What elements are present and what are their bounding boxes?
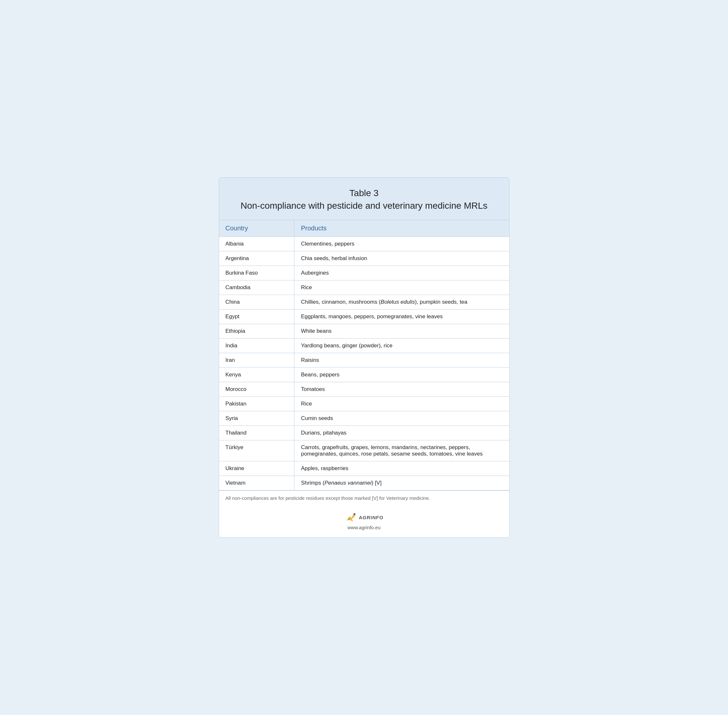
products-cell: Clementines, peppers [295, 237, 509, 251]
table-row: AlbaniaClementines, peppers [219, 237, 509, 251]
table-heading: Table 3 Non-compliance with pesticide an… [227, 187, 501, 212]
table-row: PakistanRice [219, 397, 509, 411]
logo-graphic: AGRINFO [344, 511, 383, 523]
products-cell: Beans, peppers [295, 368, 509, 382]
products-cell: Chia seeds, herbal infusion [295, 251, 509, 266]
products-cell: Tomatoes [295, 382, 509, 397]
products-cell: Chillies, cinnamon, mushrooms (Boletus e… [295, 295, 509, 309]
products-cell: Rice [295, 397, 509, 411]
table-row: UkraineApples, raspberries [219, 462, 509, 476]
country-cell: Vietnam [219, 476, 295, 490]
table-row: VietnamShrimps (Penaeus vannamei) [V] [219, 476, 509, 490]
svg-point-3 [354, 513, 355, 515]
country-cell: Ukraine [219, 462, 295, 476]
table-row: EthiopiaWhite beans [219, 324, 509, 339]
country-cell: India [219, 339, 295, 353]
table-row: ChinaChillies, cinnamon, mushrooms (Bole… [219, 295, 509, 309]
products-cell: Durians, pitahayas [295, 426, 509, 440]
country-cell: China [219, 295, 295, 309]
table-row: CambodiaRice [219, 281, 509, 295]
products-cell: Yardlong beans, ginger (powder), rice [295, 339, 509, 353]
country-cell: Syria [219, 411, 295, 426]
data-table: Country Products AlbaniaClementines, pep… [219, 220, 509, 490]
country-cell: Egypt [219, 309, 295, 324]
country-cell: Cambodia [219, 281, 295, 295]
table-title-block: Table 3 Non-compliance with pesticide an… [219, 178, 509, 220]
table-row: Burkina FasoAubergines [219, 266, 509, 281]
table-row: SyriaCumin seeds [219, 411, 509, 426]
brand-name: AGRINFO [359, 515, 383, 520]
title-line2: Non-compliance with pesticide and veteri… [240, 201, 487, 211]
title-line1: Table 3 [349, 188, 378, 198]
table-row: IranRaisins [219, 353, 509, 368]
products-cell: Apples, raspberries [295, 462, 509, 476]
table-row: ArgentinaChia seeds, herbal infusion [219, 251, 509, 266]
column-header-country: Country [219, 220, 295, 237]
country-cell: Morocco [219, 382, 295, 397]
country-cell: Argentina [219, 251, 295, 266]
country-cell: Pakistan [219, 397, 295, 411]
country-cell: Albania [219, 237, 295, 251]
products-cell: Eggplants, mangoes, peppers, pomegranate… [295, 309, 509, 324]
country-cell: Thailand [219, 426, 295, 440]
table-row: KenyaBeans, peppers [219, 368, 509, 382]
products-cell: Rice [295, 281, 509, 295]
country-cell: Türkiye [219, 440, 295, 462]
table-header-row: Country Products [219, 220, 509, 237]
table-row: IndiaYardlong beans, ginger (powder), ri… [219, 339, 509, 353]
products-cell: Raisins [295, 353, 509, 368]
table-row: EgyptEggplants, mangoes, peppers, pomegr… [219, 309, 509, 324]
products-cell: Shrimps (Penaeus vannamei) [V] [295, 476, 509, 490]
footnote: All non-compliances are for pesticide re… [219, 490, 509, 505]
table-row: ThailandDurians, pitahayas [219, 426, 509, 440]
table-row: MoroccoTomatoes [219, 382, 509, 397]
column-header-products: Products [295, 220, 509, 237]
table-row: TürkiyeCarrots, grapefruits, grapes, lem… [219, 440, 509, 462]
country-cell: Kenya [219, 368, 295, 382]
products-cell: White beans [295, 324, 509, 339]
website-url: www.agrinfo.eu [225, 525, 503, 530]
country-cell: Burkina Faso [219, 266, 295, 281]
main-container: Table 3 Non-compliance with pesticide an… [219, 177, 510, 538]
products-cell: Cumin seeds [295, 411, 509, 426]
country-cell: Iran [219, 353, 295, 368]
products-cell: Aubergines [295, 266, 509, 281]
agrinfo-logo-icon [344, 511, 357, 523]
footer: AGRINFO www.agrinfo.eu [219, 505, 509, 537]
products-cell: Carrots, grapefruits, grapes, lemons, ma… [295, 440, 509, 462]
country-cell: Ethiopia [219, 324, 295, 339]
